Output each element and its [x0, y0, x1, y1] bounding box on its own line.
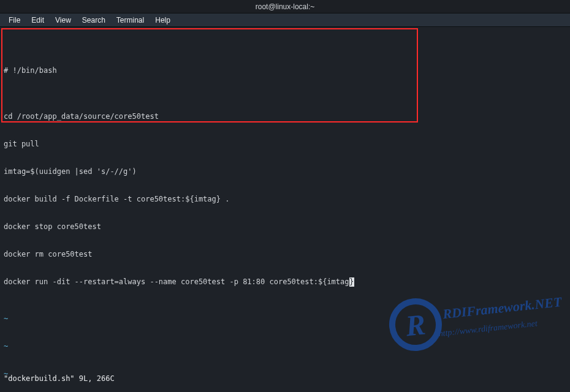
vim-tilde: ~: [4, 342, 566, 351]
script-line-5: imtag=$(uuidgen |sed 's/-//g'): [4, 167, 566, 176]
highlight-box: [1, 28, 418, 123]
script-line-7: docker stop core50test: [4, 222, 566, 232]
script-line-8: docker rm core50test: [4, 250, 566, 259]
script-line-9-pre: docker run -dit --restart=always --name …: [4, 277, 349, 286]
script-line-3: cd /root/app_data/source/core50test: [4, 112, 566, 121]
cursor: }: [349, 277, 354, 287]
vim-tilde: ~: [4, 314, 566, 323]
menu-search[interactable]: Search: [77, 15, 110, 26]
script-line-9: docker run -dit --restart=always --name …: [4, 277, 566, 287]
window-titlebar: root@linux-local:~: [0, 0, 570, 13]
script-line-6: docker build -f Dockerfile -t core50test…: [4, 195, 566, 204]
menu-view[interactable]: View: [50, 15, 76, 26]
svg-text:R: R: [403, 307, 427, 342]
window-title: root@linux-local:~: [256, 2, 315, 11]
menu-file[interactable]: File: [4, 15, 25, 26]
menu-help[interactable]: Help: [150, 15, 175, 26]
menu-edit[interactable]: Edit: [26, 15, 49, 26]
menu-terminal[interactable]: Terminal: [112, 15, 149, 26]
watermark-logo-icon: R RDIFramework.NET http://www.rdiframewo…: [386, 285, 563, 371]
menu-bar: File Edit View Search Terminal Help: [0, 13, 570, 27]
vim-status-line: "dockerbuild.sh" 9L, 266C: [4, 374, 115, 383]
terminal-area[interactable]: # !/bin/bash cd /root/app_data/source/co…: [0, 27, 570, 392]
script-line-1: # !/bin/bash: [4, 66, 566, 75]
script-line-4: git pull: [4, 140, 566, 149]
